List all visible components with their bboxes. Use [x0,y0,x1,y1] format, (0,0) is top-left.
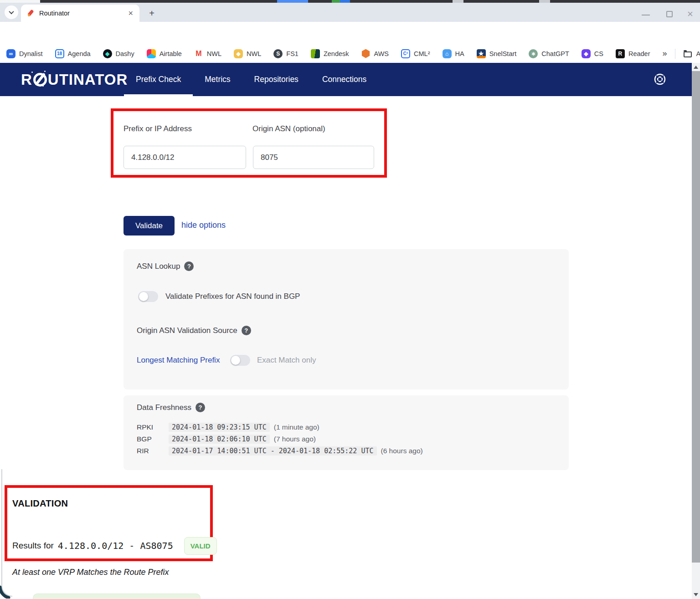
results-label: Results for [12,541,54,551]
browser-tab[interactable]: Routinator × [21,5,139,22]
asn-field-label: Origin ASN (optional) [252,124,325,133]
bookmark-label: HA [455,50,464,57]
hide-options-link[interactable]: hide options [181,220,226,230]
tab-search-button[interactable] [5,5,18,19]
bookmark-item[interactable]: M NWL [194,49,221,58]
bookmark-label: AWS [374,50,389,57]
bookmark-label: Agenda [68,50,91,57]
freshness-rows: RPKI 2024-01-18 09:23:15 UTC (1 minute a… [137,421,556,457]
nav-connections[interactable]: Connections [310,63,378,96]
bookmark-label: SnelStart [489,50,517,57]
longest-match-label[interactable]: Longest Matching Prefix [137,356,220,365]
prefix-input[interactable] [124,146,246,169]
bookmark-item[interactable]: ⌂ HA [443,49,464,58]
bookmark-item[interactable]: R Reader [616,49,650,58]
browser-toolbar: ← → ↻ ⌂ ⚠ Not secure docker1.nwl.ai:8323… [0,22,700,44]
bookmark-icon: C² [401,49,410,58]
window-maximize-button[interactable] [666,11,673,17]
bookmark-icon [147,49,156,58]
freshness-timestamp: 2024-01-18 09:23:15 UTC [169,423,270,432]
bookmark-icon: ∞ [6,49,15,58]
nav-repositories[interactable]: Repositories [242,63,310,96]
nav-metrics[interactable]: Metrics [193,63,242,96]
freshness-timestamp: 2024-01-18 02:06:10 UTC [169,435,270,444]
bookmark-item[interactable]: ∗ ChatGPT [529,49,569,58]
bookmark-item[interactable]: 18 Agenda [55,49,91,58]
bookmark-icon: S [273,49,283,58]
freshness-source: BGP [137,435,169,443]
bookmark-label: Dashy [116,50,134,57]
details-button-partial[interactable] [33,594,201,599]
bookmark-icon: R [616,49,625,58]
valid-status-badge: VALID [184,537,217,555]
bookmark-label: FS1 [286,50,299,57]
validate-button[interactable]: Validate [124,216,175,236]
bookmark-label: Zendesk [324,50,349,57]
window-close-button[interactable]: × [687,8,693,20]
bookmark-item[interactable]: C² CML² [401,49,430,58]
nav-prefix-check[interactable]: Prefix Check [124,63,193,96]
scroll-up-icon[interactable] [694,66,698,69]
results-value: 4.128.0.0/12 - AS8075 [58,540,173,551]
bookmark-item[interactable]: ★ SnelStart [477,49,517,58]
origin-source-title: Origin ASN Validation Source ? [137,326,251,335]
all-bookmarks-button[interactable]: All Bookmarks [684,50,700,57]
window-minimize-button[interactable] [642,15,650,15]
bookmarks-divider [675,49,675,59]
help-icon[interactable]: ? [242,326,251,335]
bookmark-item[interactable]: ◆ CS [582,49,603,58]
tab-close-icon[interactable]: × [127,9,134,18]
bookmark-item[interactable]: Airtable [147,49,182,58]
bookmarks-overflow-icon[interactable]: » [662,49,667,58]
freshness-ago: (6 hours ago) [381,447,423,455]
asn-lookup-toggle[interactable] [138,291,158,302]
scrollbar-thumb[interactable] [692,71,700,563]
bookmark-label: Airtable [160,50,182,57]
new-tab-button[interactable]: + [146,7,158,19]
freshness-timestamp: 2024-01-17 14:00:51 UTC - 2024-01-18 02:… [169,446,377,456]
screen: Routinator × + × ← → ↻ ⌂ ⚠ Not secure do… [0,0,700,599]
bookmark-item[interactable]: Zendesk [311,49,349,58]
bookmarks-bar: ∞ Dynalist 18 Agenda ◆ Dashy Airtable [0,44,700,63]
bookmark-item[interactable]: ◆ Dashy [103,49,134,58]
bookmark-label: ChatGPT [541,50,569,57]
chevron-down-icon [9,9,14,14]
lifebuoy-icon[interactable] [654,73,666,86]
validation-title: VALIDATION [12,498,68,509]
bookmark-icon: ◆ [582,49,591,58]
bookmark-icon [361,49,371,58]
bookmark-icon: M [194,49,203,58]
bookmark-icon: ◆ [234,49,243,58]
freshness-ago: (7 hours ago) [274,435,316,443]
bookmark-label: NWL [207,50,221,57]
freshness-row: RPKI 2024-01-18 09:23:15 UTC (1 minute a… [137,421,556,433]
folder-icon [684,51,692,57]
bookmark-item[interactable]: S FS1 [273,49,299,58]
freshness-row: RIR 2024-01-17 14:00:51 UTC - 2024-01-18… [137,445,556,457]
bookmark-icon: ⌂ [443,49,452,58]
validation-message: At least one VRP Matches the Route Prefi… [12,568,169,577]
screenshot-edge-line [1,469,12,597]
page-scrollbar[interactable] [692,63,700,599]
bookmark-icon: 18 [55,49,64,58]
bookmark-item[interactable]: AWS [361,49,389,58]
freshness-row: BGP 2024-01-18 02:06:10 UTC (7 hours ago… [137,433,556,445]
all-bookmarks-label: All Bookmarks [696,50,700,57]
freshness-source: RPKI [137,423,169,431]
rocket-o-icon [33,73,47,87]
scroll-down-icon[interactable] [694,593,698,596]
bookmark-label: CML² [414,50,430,57]
bookmark-item[interactable]: ◆ NWL [234,49,261,58]
match-mode-toggle[interactable] [230,355,250,366]
bookmark-item[interactable]: ∞ Dynalist [6,49,43,58]
bookmark-label: Reader [628,50,650,57]
asn-input[interactable] [253,146,374,169]
tab-title: Routinator [39,10,127,17]
exact-match-label: Exact Match only [257,356,316,365]
app-nav: Prefix Check Metrics Repositories Connec… [124,63,378,96]
routinator-logo[interactable]: RUTINATOR [21,63,128,96]
help-icon[interactable]: ? [184,261,194,271]
freshness-source: RIR [137,447,169,455]
app-header: RUTINATOR Prefix Check Metrics Repositor… [0,63,700,96]
help-icon[interactable]: ? [196,403,205,412]
